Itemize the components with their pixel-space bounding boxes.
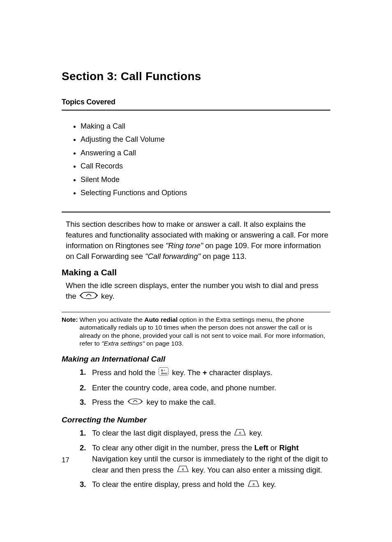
svg-text:c: c xyxy=(239,431,241,435)
list-item: Adjusting the Call Volume xyxy=(81,133,330,146)
note-text: on page 103. xyxy=(146,340,184,347)
page: Section 3: Call Functions Topics Covered… xyxy=(0,0,392,491)
cross-ref: "Extra settings" xyxy=(101,340,146,347)
step: To clear the last digit displayed, press… xyxy=(80,428,330,439)
svg-text:+: + xyxy=(164,369,165,372)
plus-char: + xyxy=(203,368,207,377)
list-item: Call Records xyxy=(81,159,330,173)
step-text: To clear any other digit in the number, … xyxy=(92,443,254,452)
svg-text:c: c xyxy=(182,467,184,471)
svg-text:0: 0 xyxy=(161,369,163,372)
list-item: Selecting Functions and Options xyxy=(81,186,330,199)
topics-list: Making a Call Adjusting the Call Volume … xyxy=(62,120,330,199)
steps-international-call: Press and hold the 0 + SPACE key. The + … xyxy=(62,367,330,408)
heading-making-a-call: Making a Call xyxy=(62,268,330,277)
page-number: 17 xyxy=(62,456,69,464)
step: Press the key to make the call. xyxy=(80,397,330,408)
step-text: character displays. xyxy=(207,368,272,377)
step-text: To clear the entire display, press and h… xyxy=(92,480,247,489)
note-text: When you activate the xyxy=(80,316,145,323)
topics-covered-heading: Topics Covered xyxy=(62,98,330,111)
svg-text:c: c xyxy=(253,482,255,486)
nav-key-right: Right xyxy=(279,443,299,452)
section-title: Section 3: Call Functions xyxy=(62,70,330,83)
list-item: Answering a Call xyxy=(81,146,330,159)
svg-text:SPACE: SPACE xyxy=(161,373,167,375)
step-text: key. xyxy=(261,480,276,489)
zero-key-icon: 0 + SPACE xyxy=(158,367,169,379)
list-item: Silent Mode xyxy=(81,173,330,186)
step-text: Press the xyxy=(92,398,126,406)
intro-paragraph: This section describes how to make or an… xyxy=(62,219,330,262)
step: To clear the entire display, press and h… xyxy=(80,479,330,491)
send-key-icon xyxy=(127,397,143,408)
note-label: Note: xyxy=(62,316,78,348)
steps-correcting-number: To clear the last digit displayed, press… xyxy=(62,428,330,490)
note-block: Note: When you activate the Auto redial … xyxy=(62,312,330,348)
step-text: key to make the call. xyxy=(144,398,216,406)
step: Press and hold the 0 + SPACE key. The + … xyxy=(80,367,330,379)
cross-ref: "Ring tone" xyxy=(166,241,205,250)
step-text: or xyxy=(268,443,279,452)
body-text: key. xyxy=(101,292,115,300)
step-text: Press and hold the xyxy=(92,368,157,377)
clear-key-icon: c xyxy=(234,428,246,439)
send-key-icon xyxy=(79,291,98,303)
step: Enter the country code, area code, and p… xyxy=(80,383,330,394)
step: To clear any other digit in the number, … xyxy=(80,443,330,476)
divider xyxy=(62,212,330,212)
note-body: When you activate the Auto redial option… xyxy=(80,316,330,348)
step-text: To clear the last digit displayed, press… xyxy=(92,429,233,437)
heading-international-call: Making an International Call xyxy=(62,355,330,364)
body-text: When the idle screen displays, enter the… xyxy=(62,281,330,303)
intro-text: on page 113. xyxy=(203,252,247,261)
step-text: key. You can also enter a missing digit. xyxy=(190,466,323,474)
list-item: Making a Call xyxy=(81,120,330,133)
heading-correcting-number: Correcting the Number xyxy=(62,415,330,424)
clear-key-icon: c xyxy=(177,465,189,476)
cross-ref: "Call forwarding" xyxy=(145,252,203,261)
option-name: Auto redial xyxy=(144,316,178,323)
step-text: key. xyxy=(247,429,263,437)
clear-key-icon: c xyxy=(247,480,260,491)
nav-key-left: Left xyxy=(254,443,268,452)
step-text: key. The xyxy=(170,368,203,377)
